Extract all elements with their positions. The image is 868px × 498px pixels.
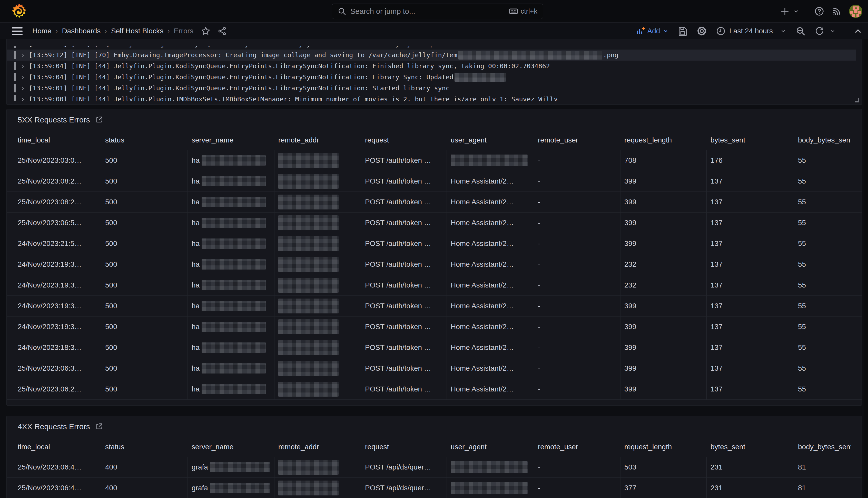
news-rss-icon[interactable] — [831, 6, 842, 16]
save-dashboard-icon[interactable] — [677, 26, 688, 36]
cell-remote_addr[interactable] — [278, 275, 357, 296]
cell-bytes_sent[interactable]: 137 — [710, 212, 790, 233]
log-expand-icon[interactable] — [20, 96, 26, 101]
cell-remote_addr[interactable] — [278, 358, 357, 379]
cell-remote_user[interactable]: - — [538, 212, 616, 233]
cell-request_length[interactable]: 399 — [624, 296, 702, 316]
cell-user_agent[interactable]: Home Assistant/2… — [451, 212, 530, 233]
cell-bytes_sent[interactable]: 137 — [710, 337, 790, 358]
cell-remote_user[interactable]: - — [538, 337, 616, 358]
log-row[interactable]: [13:59:12] [INF] [44] Jellyfin.Plugin.Ko… — [7, 46, 856, 50]
cell-server_name[interactable]: ha — [192, 316, 270, 337]
panel-resize-handle[interactable] — [855, 98, 859, 102]
cell-remote_addr[interactable] — [278, 296, 357, 316]
cell-remote_addr[interactable] — [278, 477, 357, 498]
cell-remote_user[interactable]: - — [538, 316, 616, 337]
column-header-remote_user[interactable]: remote_user — [538, 442, 578, 452]
cell-body_bytes_sent[interactable]: 55 — [798, 150, 854, 171]
cell-remote_user[interactable]: - — [538, 192, 616, 212]
cell-status[interactable]: 500 — [105, 275, 184, 296]
cell-server_name[interactable]: ha — [192, 337, 270, 358]
cell-user_agent[interactable]: Home Assistant/2… — [451, 358, 530, 379]
cell-status[interactable]: 500 — [105, 212, 184, 233]
cell-user_agent[interactable]: Home Assistant/2… — [451, 296, 530, 316]
cell-body_bytes_sent[interactable]: 55 — [798, 379, 854, 399]
cell-bytes_sent[interactable]: 231 — [710, 477, 790, 498]
cell-remote_addr[interactable] — [278, 337, 357, 358]
cell-status[interactable]: 400 — [105, 477, 184, 498]
column-header-user_agent[interactable]: user_agent — [451, 135, 487, 145]
cell-body_bytes_sent[interactable]: 55 — [798, 296, 854, 316]
log-row[interactable]: [13:59:04] [INF] [44] Jellyfin.Plugin.Ko… — [7, 61, 856, 71]
column-header-server_name[interactable]: server_name — [192, 135, 233, 145]
zoom-out-icon[interactable] — [796, 26, 806, 36]
cell-request[interactable]: POST /auth/token … — [365, 379, 443, 399]
cell-bytes_sent[interactable]: 176 — [710, 150, 790, 171]
cell-status[interactable]: 500 — [105, 379, 184, 399]
favorite-star-icon[interactable] — [201, 26, 210, 36]
column-header-request_length[interactable]: request_length — [624, 135, 672, 145]
cell-body_bytes_sent[interactable]: 55 — [798, 233, 854, 254]
cell-server_name[interactable]: ha — [192, 212, 270, 233]
log-row[interactable]: [13:59:00] [INF] [44] Jellyfin.Plugin.TM… — [7, 94, 856, 101]
column-header-request_length[interactable]: request_length — [624, 442, 672, 452]
cell-user_agent[interactable]: Home Assistant/2… — [451, 233, 530, 254]
cell-remote_user[interactable]: - — [538, 457, 616, 477]
cell-user_agent[interactable]: Home Assistant/2… — [451, 275, 530, 296]
cell-user_agent[interactable]: Home Assistant/2… — [451, 337, 530, 358]
cell-user_agent[interactable]: Home Assistant/2… — [451, 316, 530, 337]
cell-remote_user[interactable]: - — [538, 477, 616, 498]
column-header-status[interactable]: status — [105, 135, 124, 145]
cell-remote_user[interactable]: - — [538, 358, 616, 379]
cell-server_name[interactable]: ha — [192, 171, 270, 192]
cell-user_agent[interactable] — [451, 457, 530, 477]
breadcrumb-item-home[interactable]: Home — [32, 27, 52, 35]
dashboard-settings-icon[interactable] — [696, 26, 707, 37]
cell-server_name[interactable]: grafa — [192, 457, 270, 477]
cell-server_name[interactable]: ha — [192, 379, 270, 399]
breadcrumb-item-errors[interactable]: Errors — [174, 27, 193, 35]
share-icon[interactable] — [218, 26, 227, 36]
logs-scrollbar[interactable] — [858, 47, 858, 100]
cell-request[interactable]: POST /auth/token … — [365, 296, 443, 316]
cell-time_local[interactable]: 25/Nov/2023:06:4… — [18, 477, 97, 498]
cell-bytes_sent[interactable]: 137 — [710, 379, 790, 399]
cell-time_local[interactable]: 25/Nov/2023:08:2… — [18, 171, 97, 192]
log-row[interactable]: [13:59:01] [INF] [44] Jellyfin.Plugin.Ko… — [7, 83, 856, 94]
column-header-request[interactable]: request — [365, 442, 389, 452]
cell-remote_addr[interactable] — [278, 150, 357, 171]
cell-body_bytes_sent[interactable]: 55 — [798, 316, 854, 337]
cell-time_local[interactable]: 24/Nov/2023:19:3… — [18, 275, 97, 296]
time-range-picker[interactable]: Last 24 hours — [716, 26, 787, 36]
cell-time_local[interactable]: 25/Nov/2023:06:3… — [18, 358, 97, 379]
cell-request_length[interactable]: 708 — [624, 150, 702, 171]
cell-server_name[interactable]: grafa — [192, 477, 270, 498]
cell-request[interactable]: POST /auth/token … — [365, 254, 443, 275]
cell-request_length[interactable]: 232 — [624, 275, 702, 296]
search-input[interactable]: Search or jump to... ctrl+k — [332, 4, 543, 19]
cell-remote_addr[interactable] — [278, 233, 357, 254]
cell-request_length[interactable]: 399 — [624, 171, 702, 192]
column-header-bytes_sent[interactable]: bytes_sent — [710, 135, 745, 145]
cell-status[interactable]: 500 — [105, 150, 184, 171]
cell-bytes_sent[interactable]: 137 — [710, 358, 790, 379]
cell-body_bytes_sent[interactable]: 55 — [798, 212, 854, 233]
cell-server_name[interactable]: ha — [192, 254, 270, 275]
log-expand-icon[interactable] — [20, 46, 26, 47]
column-header-remote_addr[interactable]: remote_addr — [278, 442, 319, 452]
cell-server_name[interactable]: ha — [192, 296, 270, 316]
cell-remote_addr[interactable] — [278, 457, 357, 477]
cell-request[interactable]: POST /auth/token … — [365, 337, 443, 358]
cell-user_agent[interactable]: Home Assistant/2… — [451, 192, 530, 212]
cell-body_bytes_sent[interactable]: 55 — [798, 275, 854, 296]
cell-bytes_sent[interactable]: 137 — [710, 233, 790, 254]
cell-bytes_sent[interactable]: 231 — [710, 457, 790, 477]
cell-time_local[interactable]: 24/Nov/2023:19:3… — [18, 296, 97, 316]
cell-time_local[interactable]: 25/Nov/2023:06:5… — [18, 212, 97, 233]
cell-request[interactable]: POST /auth/token … — [365, 150, 443, 171]
cell-status[interactable]: 500 — [105, 337, 184, 358]
cell-body_bytes_sent[interactable]: 81 — [798, 477, 854, 498]
cell-bytes_sent[interactable]: 137 — [710, 192, 790, 212]
cell-request[interactable]: POST /api/ds/quer… — [365, 457, 443, 477]
cell-remote_user[interactable]: - — [538, 275, 616, 296]
